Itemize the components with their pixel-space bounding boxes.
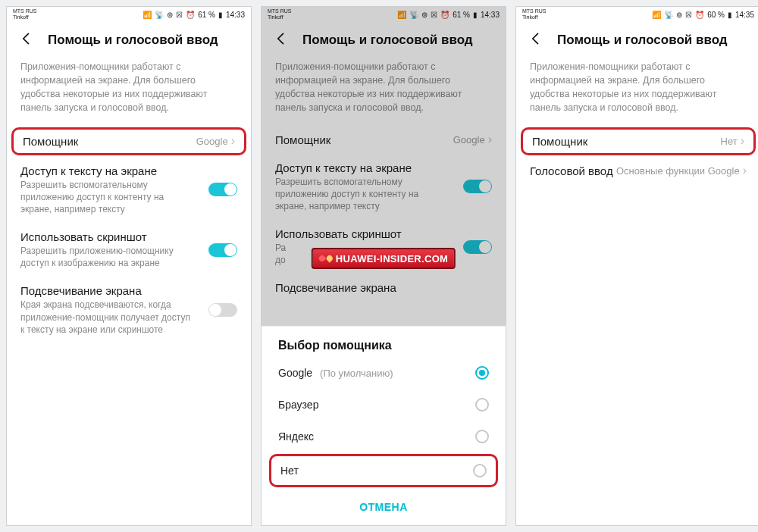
option-google-default: (По умолчанию) (320, 368, 393, 379)
battery-text: 60 % (707, 11, 725, 19)
page-header: Помощь и голосовой ввод (7, 22, 251, 57)
wifi-icon: 📡 (409, 11, 418, 19)
assistant-row[interactable]: Помощник Google › (262, 126, 506, 154)
nfc-icon: ⊚ (421, 11, 428, 19)
operator-2: Tinkoff (522, 14, 547, 20)
page-description: Приложения-помощники работают с информац… (262, 57, 506, 126)
watermark-badge: HUAWEI-INSIDER.COM (312, 248, 456, 269)
signal-icon: 📶 (652, 11, 661, 19)
option-none-label: Нет (280, 465, 299, 477)
watermark-text: HUAWEI-INSIDER.COM (336, 253, 448, 264)
operator-1: MTS RUS (13, 8, 37, 14)
huawei-logo-icon (319, 252, 333, 265)
battery-text: 61 % (198, 11, 215, 19)
nfc-icon: ⊚ (676, 11, 682, 19)
alarm-icon: ⏰ (440, 11, 449, 19)
option-none[interactable]: Нет (269, 454, 498, 487)
alarm-icon: ⏰ (186, 11, 195, 19)
text-access-toggle[interactable] (463, 180, 492, 193)
operator-1: MTS RUS (522, 8, 547, 14)
battery-icon: ▮ (218, 11, 223, 19)
option-yandex[interactable]: Яндекс (262, 421, 506, 452)
assistant-label: Помощник (275, 133, 330, 146)
text-access-sub: Разрешить вспомогательному приложению до… (20, 179, 237, 216)
back-icon[interactable] (274, 31, 289, 49)
chevron-right-icon: › (488, 133, 492, 146)
back-icon[interactable] (19, 31, 34, 49)
signal-icon: 📶 (143, 11, 152, 19)
voice-input-row[interactable]: Голосовой ввод Основные функции Google › (516, 157, 758, 185)
page-header: Помощь и голосовой ввод (262, 22, 506, 57)
radio-icon[interactable] (473, 464, 487, 477)
text-access-row[interactable]: Доступ к тексту на экране Разрешить вспо… (7, 157, 251, 224)
wifi-icon: 📡 (664, 11, 673, 19)
dnd-icon: ☒ (685, 11, 692, 19)
radio-icon[interactable] (475, 398, 489, 412)
battery-icon: ▮ (473, 11, 478, 19)
text-access-row[interactable]: Доступ к тексту на экране Разрешить вспо… (262, 154, 506, 221)
assistant-picker-sheet: Выбор помощника Google (По умолчанию) Бр… (262, 326, 506, 525)
assistant-row[interactable]: Помощник Google › (11, 127, 246, 155)
text-access-sub: Разрешить вспомогательному приложению до… (275, 176, 492, 213)
phone-screen-2: MTS RUS Tinkoff 📶 📡 ⊚ ☒ ⏰ 61 % ▮ 14:33 П… (261, 6, 506, 526)
phone-screen-1: MTS RUS Tinkoff 📶 📡 ⊚ ☒ ⏰ 61 % ▮ 14:33 П… (6, 6, 252, 526)
phone-screen-3: MTS RUS Tinkoff 📶 📡 ⊚ ☒ ⏰ 60 % ▮ 14:35 П… (515, 6, 758, 526)
voice-input-label: Голосовой ввод (530, 164, 613, 177)
page-title: Помощь и голосовой ввод (48, 33, 218, 48)
alarm-icon: ⏰ (695, 11, 704, 19)
dnd-icon: ☒ (176, 11, 183, 19)
flash-label: Подсвечивание экрана (20, 284, 237, 297)
chevron-right-icon: › (743, 164, 747, 177)
option-google-label: Google (278, 367, 312, 379)
chevron-right-icon: › (741, 135, 744, 147)
signal-icon: 📶 (397, 11, 406, 19)
text-access-label: Доступ к тексту на экране (275, 161, 492, 174)
page-title: Помощь и голосовой ввод (557, 33, 728, 48)
option-google[interactable]: Google (По умолчанию) (262, 357, 506, 389)
assistant-value: Google (196, 136, 228, 147)
option-yandex-label: Яндекс (278, 430, 314, 443)
battery-text: 61 % (453, 11, 470, 19)
flash-row: Подсвечивание экрана (262, 274, 506, 302)
assistant-row[interactable]: Помощник Нет › (521, 127, 756, 155)
screenshot-label: Использовать скриншот (20, 230, 237, 243)
assistant-label: Помощник (23, 135, 78, 148)
page-header: Помощь и голосовой ввод (516, 22, 758, 57)
screenshot-sub: Разрешить приложению-помощнику доступ к … (20, 245, 237, 269)
operator-2: Tinkoff (268, 14, 292, 20)
page-title: Помощь и голосовой ввод (302, 33, 473, 48)
cancel-button[interactable]: ОТМЕНА (262, 489, 506, 525)
assistant-value: Google (453, 134, 485, 146)
screenshot-row[interactable]: Использовать скриншот Разрешить приложен… (7, 223, 251, 277)
status-bar: MTS RUS Tinkoff 📶 📡 ⊚ ☒ ⏰ 60 % ▮ 14:35 (516, 7, 758, 22)
option-browser[interactable]: Браузер (262, 389, 506, 421)
dnd-icon: ☒ (431, 11, 437, 19)
battery-icon: ▮ (728, 11, 732, 19)
radio-selected-icon[interactable] (475, 366, 489, 380)
status-bar: MTS RUS Tinkoff 📶 📡 ⊚ ☒ ⏰ 61 % ▮ 14:33 (262, 7, 506, 22)
radio-icon[interactable] (475, 430, 489, 443)
operator-1: MTS RUS (268, 8, 292, 14)
option-browser-label: Браузер (278, 399, 318, 411)
page-description: Приложения-помощники работают с информац… (7, 57, 251, 126)
back-icon[interactable] (528, 31, 543, 49)
flash-toggle[interactable] (208, 303, 237, 317)
operator-2: Tinkoff (13, 14, 37, 20)
screenshot-toggle[interactable] (208, 243, 237, 257)
clock-text: 14:33 (481, 11, 500, 19)
sheet-title: Выбор помощника (262, 331, 506, 357)
status-bar: MTS RUS Tinkoff 📶 📡 ⊚ ☒ ⏰ 61 % ▮ 14:33 (7, 7, 251, 22)
text-access-toggle[interactable] (208, 183, 237, 196)
screenshot-toggle[interactable] (463, 240, 492, 254)
clock-text: 14:33 (226, 11, 245, 19)
screenshot-label: Использовать скриншот (275, 227, 492, 240)
assistant-value: Нет (721, 136, 738, 147)
flash-row[interactable]: Подсвечивание экрана Края экрана подсвеч… (7, 277, 251, 343)
assistant-label: Помощник (532, 135, 587, 148)
nfc-icon: ⊚ (167, 11, 173, 19)
clock-text: 14:35 (735, 11, 754, 19)
page-description: Приложения-помощники работают с информац… (516, 57, 758, 126)
flash-label: Подсвечивание экрана (275, 281, 492, 294)
wifi-icon: 📡 (155, 11, 164, 19)
chevron-right-icon: › (231, 135, 235, 147)
